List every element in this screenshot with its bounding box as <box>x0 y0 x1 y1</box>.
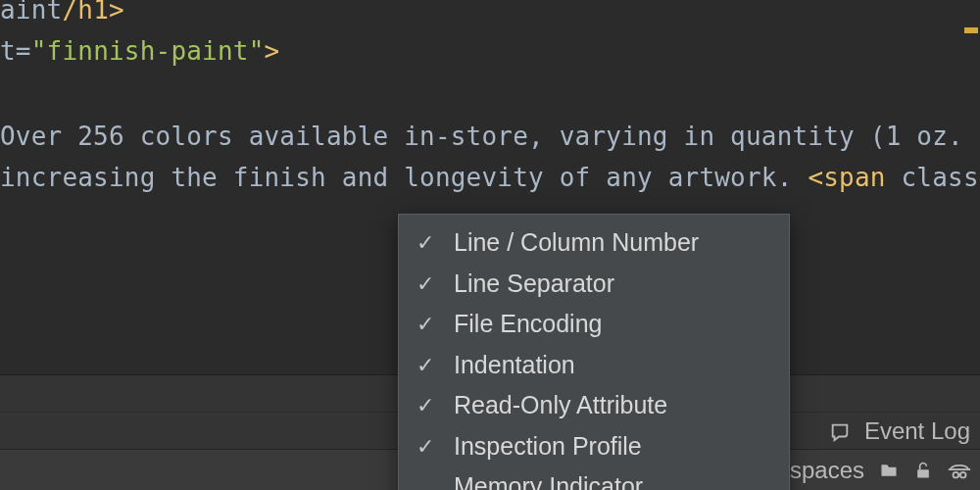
menu-item-label: Memory Indicator <box>454 468 643 490</box>
menu-item[interactable]: ✓Inspection Profile <box>399 426 789 467</box>
code-line: Over 256 colors available in-store, vary… <box>0 117 980 158</box>
code-tag: < <box>808 163 823 192</box>
menu-item[interactable]: ✓Line Separator <box>399 264 789 305</box>
code-tag: > <box>265 36 280 66</box>
code-text: increasing the finish and longevity of a… <box>0 163 808 192</box>
code-attr: class <box>886 163 979 192</box>
folder-icon[interactable] <box>878 461 900 480</box>
code-line: aint/h1> <box>0 0 980 31</box>
code-line: increasing the finish and longevity of a… <box>0 158 980 199</box>
check-icon: ✓ <box>416 349 440 381</box>
menu-item-label: Read-Only Attribute <box>454 387 667 424</box>
event-log-icon[interactable] <box>829 420 851 442</box>
event-log-label[interactable]: Event Log <box>864 417 970 445</box>
code-tag: span <box>823 163 885 192</box>
svg-point-2 <box>960 471 966 477</box>
menu-item-label: Line / Column Number <box>454 224 699 262</box>
code-attr: t= <box>0 36 31 66</box>
menu-item-label: Indentation <box>454 347 575 384</box>
lock-open-icon[interactable] <box>913 460 933 481</box>
check-icon: ✓ <box>416 430 440 463</box>
menu-item-label: File Encoding <box>454 306 602 343</box>
menu-item-label: Inspection Profile <box>454 428 642 466</box>
status-bar-context-menu[interactable]: ✓Line / Column Number✓Line Separator✓Fil… <box>398 214 790 490</box>
check-icon: ✓ <box>416 226 440 259</box>
indent-indicator[interactable]: spaces <box>790 457 864 484</box>
menu-item[interactable]: ✓Line / Column Number <box>399 222 789 264</box>
code-text: aint <box>0 0 62 24</box>
svg-rect-0 <box>917 469 929 477</box>
check-icon: ✓ <box>416 308 440 340</box>
check-icon: ✓ <box>416 268 440 300</box>
code-text: Over 256 colors available in-store, vary… <box>0 122 963 151</box>
code-tag: /h1> <box>62 0 123 24</box>
menu-item[interactable]: ✓Indentation <box>399 345 789 386</box>
hector-icon[interactable] <box>947 459 972 482</box>
svg-point-1 <box>954 471 959 477</box>
menu-item[interactable]: Memory Indicator <box>399 466 789 490</box>
menu-item[interactable]: ✓Read-Only Attribute <box>399 385 789 426</box>
check-icon: ✓ <box>416 389 440 421</box>
code-line: t="finnish-paint"> <box>0 31 980 73</box>
gutter-marker <box>964 27 978 33</box>
menu-item-label: Line Separator <box>454 266 614 303</box>
menu-item[interactable]: ✓File Encoding <box>399 304 789 345</box>
code-string: "finnish-paint" <box>31 36 265 66</box>
